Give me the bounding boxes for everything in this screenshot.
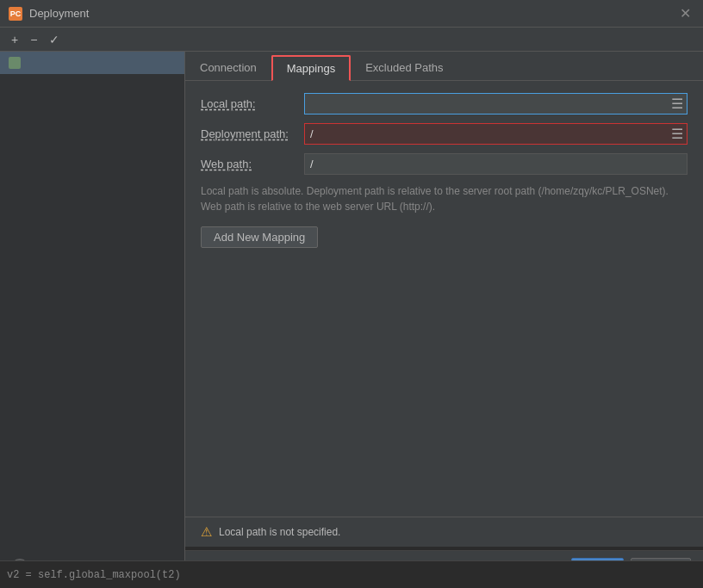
web-path-input[interactable]: [305, 154, 687, 174]
local-path-label: Local path:: [201, 97, 304, 110]
code-line-bar: v2 = self.global_maxpool(t2): [0, 560, 703, 588]
code-text: v2 = self.global_maxpool(t2): [7, 569, 181, 581]
warning-icon: ⚠: [201, 524, 212, 540]
app-icon: PC: [9, 7, 22, 21]
server-item[interactable]: [0, 52, 184, 74]
tab-mappings[interactable]: Mappings: [271, 55, 351, 81]
check-button[interactable]: ✓: [45, 31, 64, 48]
main-content: Connection Mappings Excluded Paths Local…: [0, 52, 703, 588]
dialog: PC Deployment ✕ + − ✓ Connection Mapping…: [0, 0, 703, 588]
local-path-input[interactable]: [305, 94, 668, 114]
local-path-browse-button[interactable]: ☰: [668, 94, 687, 114]
tabs: Connection Mappings Excluded Paths: [185, 52, 703, 81]
title-bar: PC Deployment ✕: [0, 0, 703, 28]
title-bar-left: PC Deployment: [9, 7, 89, 21]
toolbar: + − ✓: [0, 28, 703, 52]
server-icon: [9, 57, 21, 69]
local-path-input-wrapper: ☰: [304, 93, 687, 115]
left-panel: [0, 52, 185, 588]
deployment-path-row: Deployment path: ☰: [201, 123, 687, 145]
tab-connection[interactable]: Connection: [185, 55, 271, 81]
web-path-input-wrapper: [304, 153, 687, 175]
info-text: Local path is absolute. Deployment path …: [201, 183, 687, 214]
warning-bar: ⚠ Local path is not specified.: [185, 517, 703, 547]
deployment-path-browse-button[interactable]: ☰: [668, 124, 687, 144]
deployment-path-input-wrapper: ☰: [304, 123, 687, 145]
tab-excluded-paths[interactable]: Excluded Paths: [351, 55, 457, 81]
add-button[interactable]: +: [7, 31, 22, 48]
warning-text: Local path is not specified.: [219, 526, 340, 538]
deployment-path-input[interactable]: [305, 124, 668, 144]
remove-button[interactable]: −: [26, 31, 41, 48]
local-path-row: Local path: ☰: [201, 93, 687, 115]
right-panel: Connection Mappings Excluded Paths Local…: [185, 52, 703, 588]
close-button[interactable]: ✕: [676, 5, 694, 22]
deployment-path-label: Deployment path:: [201, 127, 304, 140]
add-new-mapping-button[interactable]: Add New Mapping: [201, 226, 318, 248]
window-title: Deployment: [29, 7, 89, 20]
web-path-label: Web path:: [201, 158, 304, 170]
form-area: Local path: ☰ Deployment path: ☰: [185, 81, 703, 517]
web-path-row: Web path:: [201, 153, 687, 175]
